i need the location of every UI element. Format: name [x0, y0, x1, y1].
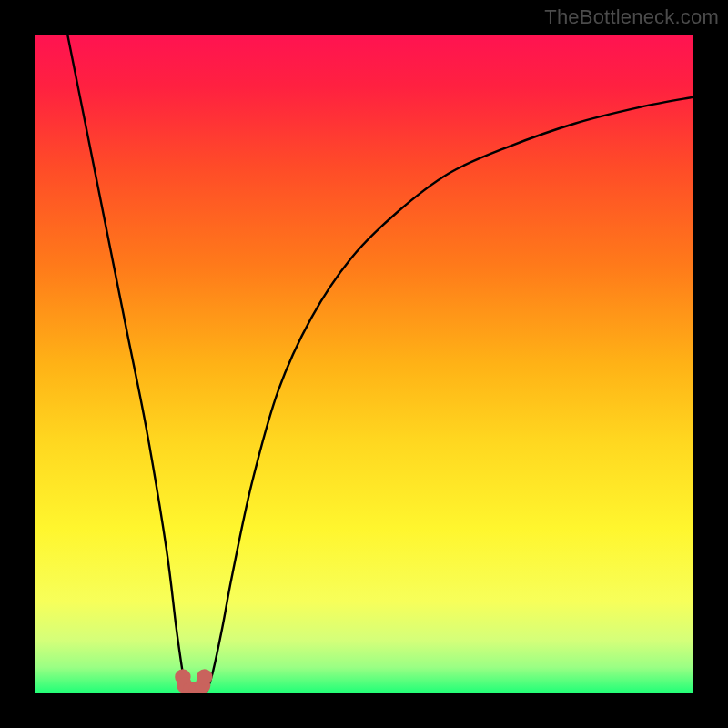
watermark-text: TheBottleneck.com — [544, 5, 719, 29]
chart-frame: TheBottleneck.com — [0, 0, 728, 728]
valley-marker — [197, 669, 212, 684]
chart-svg — [35, 35, 693, 693]
plot-area — [35, 35, 693, 693]
